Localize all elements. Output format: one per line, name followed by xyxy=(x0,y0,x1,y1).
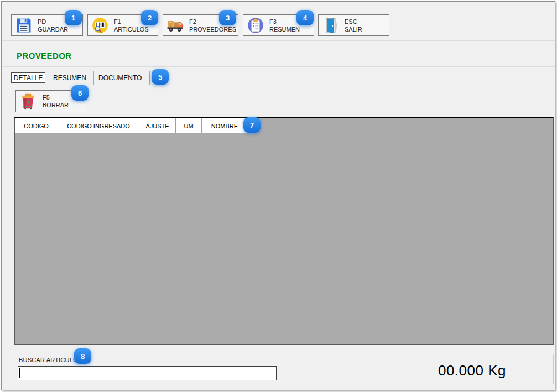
save-floppy-icon xyxy=(15,17,33,34)
exit-button[interactable]: ESC SALIR xyxy=(318,14,389,36)
button-key: ESC xyxy=(345,18,362,25)
column-header-um[interactable]: UM xyxy=(176,118,202,133)
tab-separator xyxy=(49,71,49,85)
button-label: ARTICULOS xyxy=(114,25,149,33)
grid-header-row: CODIGO CODIGO INGRESADO AJUSTE UM NOMBRE xyxy=(15,118,553,133)
button-label: GUARDAR xyxy=(38,25,68,33)
annotation-badge-8: 8 xyxy=(74,348,91,364)
tab-detalle[interactable]: DETALLE xyxy=(11,72,45,83)
column-header-nombre[interactable]: NOMBRE xyxy=(202,118,248,133)
button-key: F3 xyxy=(269,18,300,25)
clipboard-checklist-icon xyxy=(247,17,264,34)
tab-separator xyxy=(149,71,150,85)
search-label: BUSCAR ARTICULOS xyxy=(19,357,82,363)
button-key: PD xyxy=(38,18,68,25)
button-label: BORRAR xyxy=(43,101,69,109)
annotation-badge-5: 5 xyxy=(152,69,169,85)
barcode-search-icon xyxy=(91,17,109,34)
column-header-codigo[interactable]: CODIGO xyxy=(15,118,58,133)
delivery-truck-icon xyxy=(166,17,184,34)
column-header-ajuste[interactable]: AJUSTE xyxy=(139,118,176,133)
button-label: PROVEEDORES xyxy=(189,25,236,33)
text-caret xyxy=(19,368,20,378)
search-input[interactable] xyxy=(18,366,277,380)
column-header-codigo-ingresado[interactable]: CODIGO INGRESADO xyxy=(58,118,139,133)
annotation-badge-4: 4 xyxy=(296,10,314,25)
toolbar-divider xyxy=(2,40,555,41)
annotation-badge-3: 3 xyxy=(219,10,236,25)
tab-documento[interactable]: DOCUMENTO xyxy=(98,73,142,83)
articles-grid[interactable]: CODIGO CODIGO INGRESADO AJUSTE UM NOMBRE xyxy=(14,117,554,345)
app-window: PD GUARDAR F1 ARTICULOS xyxy=(1,1,555,390)
annotation-badge-2: 2 xyxy=(141,10,158,25)
tab-resumen[interactable]: RESUMEN xyxy=(53,73,86,83)
weight-display: 00.000 Kg xyxy=(438,362,506,379)
header-divider xyxy=(2,66,555,67)
button-label: SALIR xyxy=(345,25,362,33)
tab-separator xyxy=(93,71,94,85)
annotation-badge-7: 7 xyxy=(243,117,261,133)
trash-bin-icon xyxy=(19,92,37,110)
button-key: F5 xyxy=(43,93,69,101)
page-title: PROVEEDOR xyxy=(17,51,71,60)
button-label: RESUMEN xyxy=(269,25,300,33)
annotation-badge-6: 6 xyxy=(71,85,89,101)
exit-door-icon xyxy=(322,17,340,34)
annotation-badge-1: 1 xyxy=(65,10,82,25)
